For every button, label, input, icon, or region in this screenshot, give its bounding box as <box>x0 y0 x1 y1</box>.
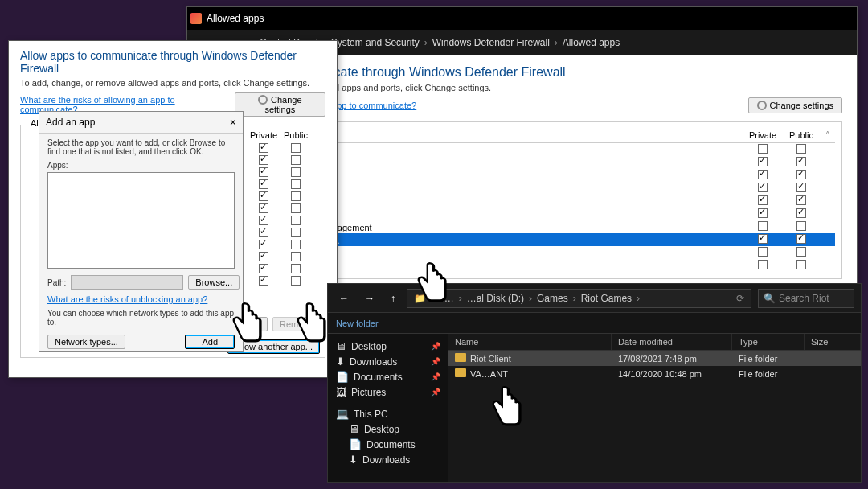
checkbox-private[interactable] <box>758 221 768 231</box>
col-private[interactable]: Private <box>248 130 280 140</box>
network-types-button[interactable]: Network types... <box>47 335 125 349</box>
apps-listbox[interactable] <box>47 172 235 269</box>
nav-item[interactable]: 🖼Pictures📌 <box>331 384 445 400</box>
file-row[interactable]: Riot Client17/08/2021 7:48 pmFile folder <box>448 351 861 366</box>
table-row[interactable] <box>248 154 320 166</box>
table-row[interactable] <box>248 251 320 263</box>
col-public[interactable]: Public <box>782 130 821 141</box>
checkbox-public[interactable] <box>796 195 806 205</box>
checkbox-private[interactable] <box>259 167 268 177</box>
search-input[interactable]: 🔍 Search Riot <box>758 289 854 308</box>
address-bar[interactable]: 📁 Thi… …al Disk (D:) Games Riot Games ⟳ <box>407 289 751 308</box>
col-size[interactable]: Size <box>805 334 861 350</box>
checkbox-public[interactable] <box>796 157 806 166</box>
table-row[interactable] <box>248 142 320 154</box>
checkbox-public[interactable] <box>291 203 301 213</box>
checkbox-private[interactable] <box>758 144 768 154</box>
refresh-icon[interactable]: ⟳ <box>736 293 744 304</box>
col-name[interactable]: Name <box>448 334 612 350</box>
checkbox-public[interactable] <box>291 167 301 177</box>
back-button[interactable]: ← <box>334 290 354 307</box>
checkbox-private[interactable] <box>259 179 268 189</box>
checkbox-public[interactable] <box>291 276 301 286</box>
bc-disk[interactable]: …al Disk (D:) <box>467 293 532 304</box>
checkbox-private[interactable] <box>259 276 268 286</box>
checkbox-public[interactable] <box>796 234 806 244</box>
checkbox-public[interactable] <box>291 179 301 189</box>
checkbox-private[interactable] <box>259 264 268 273</box>
checkbox-public[interactable] <box>796 260 806 269</box>
checkbox-public[interactable] <box>796 247 806 257</box>
col-public[interactable]: Public <box>280 130 312 140</box>
checkbox-private[interactable] <box>758 195 768 205</box>
checkbox-private[interactable] <box>259 216 268 225</box>
bc-defender-firewall[interactable]: Windows Defender Firewall <box>432 37 558 48</box>
checkbox-public[interactable] <box>291 191 301 201</box>
bc-allowed-apps[interactable]: Allowed apps <box>563 37 624 48</box>
checkbox-private[interactable] <box>758 208 768 218</box>
checkbox-public[interactable] <box>291 252 301 261</box>
checkbox-public[interactable] <box>291 228 301 237</box>
table-row[interactable] <box>248 166 320 179</box>
nav-item[interactable]: ⬇Downloads <box>331 452 445 467</box>
checkbox-private[interactable] <box>259 240 268 249</box>
browse-button[interactable]: Browse... <box>188 275 240 290</box>
titlebar[interactable]: Allowed apps <box>187 7 857 30</box>
checkbox-private[interactable] <box>259 155 268 165</box>
nav-item[interactable]: 📄Documents📌 <box>331 369 445 384</box>
add-button[interactable]: Add <box>185 335 235 349</box>
close-button[interactable]: × <box>230 116 236 129</box>
table-row[interactable] <box>248 179 320 191</box>
nav-item[interactable]: 🖥Desktop📌 <box>331 339 445 354</box>
checkbox-private[interactable] <box>259 191 268 201</box>
table-row[interactable] <box>248 275 320 287</box>
checkbox-private[interactable] <box>259 143 268 153</box>
table-row[interactable] <box>248 239 320 251</box>
up-button[interactable]: ↑ <box>386 290 400 307</box>
change-settings-button[interactable]: Change settings <box>235 92 326 117</box>
bc-system-security[interactable]: System and Security <box>331 37 428 48</box>
columns-header[interactable]: Name Date modified Type Size <box>448 334 861 351</box>
forward-button[interactable]: → <box>360 290 379 307</box>
checkbox-private[interactable] <box>758 234 768 244</box>
table-row[interactable] <box>248 191 320 203</box>
nav-item[interactable]: ⬇Downloads📌 <box>331 354 445 369</box>
checkbox-public[interactable] <box>291 216 301 225</box>
table-row[interactable] <box>248 263 320 275</box>
checkbox-private[interactable] <box>758 247 768 257</box>
bc-games[interactable]: Games <box>537 293 576 304</box>
nav-item[interactable]: 📄Documents <box>331 437 445 452</box>
navigation-pane[interactable]: 🖥Desktop📌⬇Downloads📌📄Documents📌🖼Pictures… <box>328 334 448 482</box>
checkbox-private[interactable] <box>259 203 268 213</box>
change-settings-button[interactable]: Change settings <box>748 97 843 113</box>
table-row[interactable] <box>248 203 320 215</box>
dialog-titlebar[interactable]: Add an app × <box>39 112 243 134</box>
checkbox-public[interactable] <box>796 144 806 154</box>
checkbox-private[interactable] <box>758 170 768 179</box>
bc-this-pc[interactable]: Thi… <box>431 293 462 304</box>
new-folder-button[interactable]: New folder <box>336 318 379 328</box>
bc-riot-games[interactable]: Riot Games <box>581 293 640 304</box>
remove-button[interactable]: Remove <box>272 317 320 331</box>
checkbox-public[interactable] <box>291 155 301 165</box>
table-row[interactable] <box>248 227 320 239</box>
checkbox-public[interactable] <box>291 240 301 249</box>
checkbox-private[interactable] <box>259 228 268 237</box>
checkbox-private[interactable] <box>758 157 768 166</box>
table-row[interactable] <box>248 215 320 227</box>
checkbox-public[interactable] <box>796 170 806 179</box>
file-row[interactable]: VA…ANT14/10/2020 10:48 pmFile folder <box>448 366 861 381</box>
scroll-up-icon[interactable]: ˄ <box>821 130 835 141</box>
checkbox-public[interactable] <box>796 183 806 192</box>
checkbox-public[interactable] <box>291 143 301 153</box>
checkbox-private[interactable] <box>259 252 268 261</box>
this-pc-node[interactable]: This PC <box>354 409 388 420</box>
checkbox-private[interactable] <box>758 183 768 192</box>
unblock-risk-link[interactable]: What are the risks of unblocking an app? <box>47 294 207 304</box>
checkbox-public[interactable] <box>796 221 806 231</box>
path-input[interactable] <box>71 275 183 290</box>
nav-item[interactable]: 🖥Desktop <box>331 421 445 437</box>
checkbox-public[interactable] <box>291 264 301 273</box>
checkbox-private[interactable] <box>758 260 768 269</box>
col-type[interactable]: Type <box>732 334 805 350</box>
